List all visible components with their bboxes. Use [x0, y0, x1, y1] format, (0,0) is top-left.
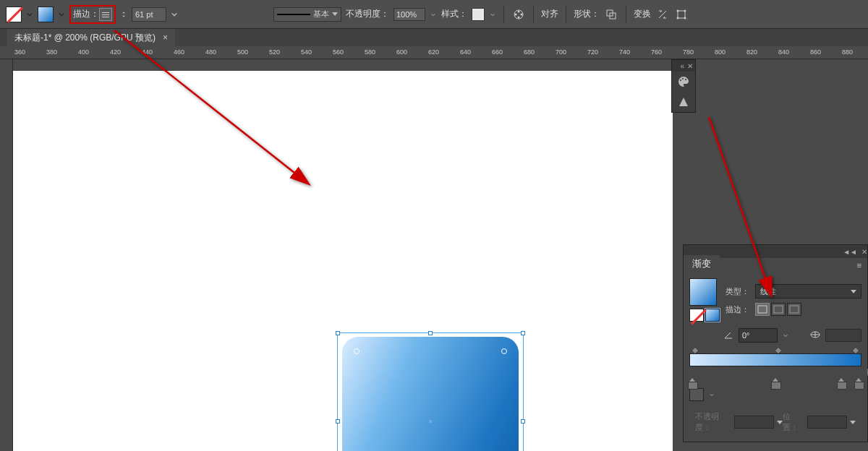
- gradient-preview-swatch[interactable]: [689, 278, 717, 306]
- transform-label: 变换: [634, 8, 651, 20]
- panel-menu-icon[interactable]: ≡: [851, 258, 867, 272]
- svg-point-14: [684, 17, 686, 19]
- separator: [503, 6, 504, 23]
- fill-dropdown[interactable]: [26, 7, 33, 22]
- shape-mode-icon[interactable]: [604, 7, 618, 22]
- stroke-mode-along[interactable]: [771, 303, 786, 316]
- brush-basic-label: 基本: [313, 9, 329, 20]
- stroke-label-highlight: 描边：: [69, 5, 116, 24]
- gradient-stroke-label: 描边：: [726, 304, 749, 315]
- stroke-label: 描边：: [73, 8, 99, 20]
- selection-handle[interactable]: [336, 331, 340, 335]
- gradient-tab[interactable]: 渐变: [684, 255, 720, 272]
- document-tab[interactable]: 未标题-1* @ 200% (RGB/GPU 预览) ×: [7, 29, 175, 46]
- stop-opacity-input[interactable]: [734, 416, 774, 429]
- svg-rect-1: [102, 14, 109, 15]
- style-swatch[interactable]: [472, 8, 485, 21]
- shape-tool-icon[interactable]: [672, 92, 695, 112]
- selection-center: [429, 420, 432, 423]
- gradient-type-label: 类型：: [726, 286, 749, 297]
- gradient-stop-right2[interactable]: [854, 378, 863, 388]
- gradient-stop-left[interactable]: [688, 378, 697, 388]
- chevron-down-icon: [332, 12, 338, 16]
- svg-point-4: [518, 10, 520, 12]
- control-bar: 描边： 基本 不透明度： 样式： 对齐 形状： 变换: [0, 0, 868, 29]
- transform-icon-1[interactable]: [655, 7, 670, 22]
- opacity-input[interactable]: [393, 8, 425, 21]
- stroke-options-icon[interactable]: [99, 8, 112, 21]
- ruler-vertical: [0, 59, 13, 451]
- svg-rect-19: [774, 306, 783, 313]
- svg-rect-10: [678, 11, 685, 18]
- svg-point-5: [521, 13, 523, 15]
- angle-dropdown[interactable]: [782, 327, 789, 343]
- svg-rect-0: [102, 12, 109, 13]
- stop-position-label: 位置：: [783, 411, 804, 433]
- svg-point-17: [685, 79, 686, 80]
- separator: [626, 6, 626, 23]
- stop-opacity-label: 不透明度：: [695, 411, 731, 433]
- shape-label: 形状：: [574, 8, 600, 20]
- gradient-angle-input[interactable]: [739, 328, 778, 343]
- stroke-mode-across[interactable]: [787, 303, 801, 316]
- svg-point-13: [677, 17, 679, 19]
- selection-handle[interactable]: [428, 331, 433, 335]
- svg-point-11: [677, 9, 679, 12]
- gradient-ramp[interactable]: [689, 353, 861, 366]
- gradient-type-value: 线性: [760, 286, 776, 297]
- aspect-ratio-input[interactable]: [825, 329, 861, 342]
- selection-handle[interactable]: [521, 331, 525, 335]
- separator: [566, 6, 566, 23]
- svg-point-12: [684, 9, 686, 12]
- svg-point-7: [515, 13, 517, 15]
- stroke-width-dropdown[interactable]: [171, 7, 178, 22]
- mini-palette-header[interactable]: «✕: [672, 60, 695, 72]
- svg-rect-18: [758, 306, 767, 313]
- stroke-swatch-gradient[interactable]: [38, 7, 54, 22]
- opacity-dropdown[interactable]: [430, 7, 437, 22]
- gradient-tab-label: 渐变: [692, 257, 711, 270]
- aspect-ratio-icon[interactable]: [809, 330, 821, 341]
- stroke-dropdown[interactable]: [58, 7, 65, 22]
- align-label: 对齐: [541, 8, 558, 20]
- stroke-mode-within[interactable]: [755, 303, 770, 316]
- transform-icon-2[interactable]: [674, 7, 689, 22]
- gradient-stop-right1[interactable]: [837, 378, 846, 388]
- svg-point-16: [682, 78, 684, 80]
- stroke-stepper-icon[interactable]: [120, 7, 127, 22]
- chevron-down-icon: [777, 421, 783, 424]
- svg-rect-20: [790, 306, 799, 313]
- stop-color-dropdown[interactable]: [708, 387, 715, 403]
- selection-bounds: [337, 332, 524, 451]
- fill-none-swatch[interactable]: [689, 309, 704, 322]
- fill-gradient-swatch[interactable]: [705, 309, 720, 322]
- style-dropdown[interactable]: [489, 7, 496, 22]
- document-title: 未标题-1* @ 200% (RGB/GPU 预览): [14, 32, 156, 44]
- separator: [533, 6, 534, 23]
- selection-handle[interactable]: [521, 419, 525, 424]
- brush-preview-line: [277, 14, 310, 15]
- close-icon[interactable]: ×: [163, 33, 168, 43]
- svg-point-15: [680, 80, 681, 81]
- chevron-down-icon: [850, 421, 856, 424]
- opacity-label: 不透明度：: [346, 8, 389, 20]
- svg-rect-2: [102, 17, 109, 17]
- gradient-panel: ◄◄✕ 渐变 ≡ 类型： 线性 描边：: [683, 244, 868, 442]
- stroke-width-input[interactable]: [132, 7, 166, 22]
- stop-color-swatch[interactable]: [689, 388, 704, 401]
- mini-palette[interactable]: «✕: [671, 59, 696, 113]
- style-label: 样式：: [441, 8, 467, 20]
- selection-handle[interactable]: [336, 419, 340, 424]
- color-palette-icon[interactable]: [672, 72, 695, 92]
- stroke-gradient-mode-group: [755, 303, 801, 316]
- stop-position-input[interactable]: [807, 416, 847, 429]
- gradient-type-select[interactable]: 线性: [755, 284, 861, 298]
- brush-selector[interactable]: 基本: [273, 7, 341, 22]
- angle-icon: [723, 329, 734, 342]
- recolor-icon[interactable]: [511, 7, 526, 22]
- gradient-stop-mid[interactable]: [771, 378, 780, 388]
- ruler-horizontal: 3603804004204404604805005205405605806006…: [0, 46, 868, 59]
- chevron-down-icon: [851, 290, 856, 293]
- fill-swatch-none[interactable]: [6, 7, 22, 22]
- document-tabs: 未标题-1* @ 200% (RGB/GPU 预览) ×: [0, 29, 868, 46]
